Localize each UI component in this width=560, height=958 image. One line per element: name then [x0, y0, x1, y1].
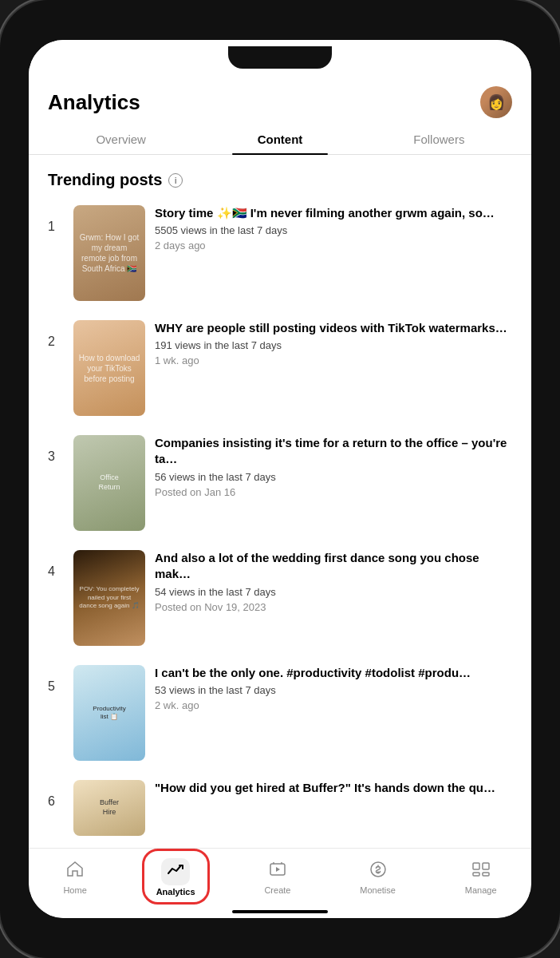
post-title: And also a lot of the wedding first danc…: [155, 550, 512, 583]
post-info: "How did you get hired at Buffer?" It's …: [155, 780, 512, 799]
tab-content[interactable]: Content: [200, 125, 359, 154]
nav-monetise-label: Monetise: [360, 885, 396, 895]
nav-manage-label: Manage: [465, 885, 497, 895]
svg-rect-7: [483, 873, 489, 876]
post-number: 2: [48, 320, 64, 349]
nav-home-label: Home: [63, 885, 86, 895]
post-info: WHY are people still posting videos with…: [155, 320, 512, 366]
content-area: Trending posts i 1 Grwm: How I got my dr…: [29, 155, 531, 918]
nav-monetise[interactable]: Monetise: [352, 855, 404, 900]
phone-screen: Analytics 👩 Overview Content Followers T…: [29, 40, 531, 918]
nav-analytics[interactable]: Analytics: [148, 853, 203, 901]
post-number: 3: [48, 435, 64, 464]
post-info: I can't be the only one. #productivity #…: [155, 665, 512, 711]
list-item[interactable]: 1 Grwm: How I got my dream remote job fr…: [48, 205, 512, 301]
monetise-icon: [369, 860, 388, 884]
tabs-container: Overview Content Followers: [29, 125, 531, 155]
avatar[interactable]: 👩: [480, 86, 512, 118]
post-title: Companies insisting it's time for a retu…: [155, 435, 512, 468]
list-item[interactable]: 2 How to download your TikToks before po…: [48, 320, 512, 416]
list-item[interactable]: 4 POV: You completely nailed your first …: [48, 550, 512, 646]
post-views: 191 views in the last 7 days: [155, 339, 512, 351]
post-number: 5: [48, 665, 64, 694]
bottom-nav: Home Analytics: [29, 848, 531, 918]
info-icon[interactable]: i: [168, 173, 183, 188]
post-info: Story time ✨🇿🇦 I'm never filming another…: [155, 205, 512, 251]
svg-rect-6: [473, 873, 479, 876]
svg-rect-4: [473, 863, 479, 869]
home-bar: [232, 910, 328, 913]
manage-icon: [471, 860, 491, 884]
nav-create-label: Create: [264, 885, 290, 895]
post-number: 1: [48, 205, 64, 234]
post-title: Story time ✨🇿🇦 I'm never filming another…: [155, 205, 512, 221]
post-thumbnail: POV: You completely nailed your first da…: [73, 550, 145, 646]
post-thumbnail: Grwm: How I got my dream remote job from…: [73, 205, 145, 301]
nav-create[interactable]: Create: [256, 855, 298, 900]
post-date: 2 days ago: [155, 240, 512, 251]
post-info: And also a lot of the wedding first danc…: [155, 550, 512, 613]
page-title: Analytics: [48, 90, 140, 115]
tab-followers[interactable]: Followers: [360, 125, 519, 154]
list-item[interactable]: 5 Productivitylist 📋 I can't be the only…: [48, 665, 512, 761]
post-date: 1 wk. ago: [155, 354, 512, 366]
notch-bar: [29, 40, 531, 80]
post-title: "How did you get hired at Buffer?" It's …: [155, 780, 512, 796]
post-views: 56 views in the last 7 days: [155, 471, 512, 483]
nav-home[interactable]: Home: [55, 855, 94, 900]
list-item[interactable]: 6 BufferHire "How did you get hired at B…: [48, 780, 512, 836]
svg-rect-5: [483, 863, 489, 869]
post-thumbnail: BufferHire: [73, 780, 145, 836]
post-date: Posted on Jan 16: [155, 486, 512, 498]
post-views: 54 views in the last 7 days: [155, 586, 512, 598]
phone-frame: Analytics 👩 Overview Content Followers T…: [0, 0, 560, 958]
home-icon: [65, 860, 85, 884]
post-views: 53 views in the last 7 days: [155, 684, 512, 696]
header: Analytics 👩: [29, 80, 531, 118]
nav-analytics-label: Analytics: [156, 887, 195, 897]
nav-manage[interactable]: Manage: [457, 855, 505, 900]
post-title: WHY are people still posting videos with…: [155, 320, 512, 336]
post-views: 5505 views in the last 7 days: [155, 224, 512, 236]
post-date: Posted on Nov 19, 2023: [155, 601, 512, 613]
post-date: 2 wk. ago: [155, 699, 512, 711]
create-icon: [268, 860, 287, 884]
post-thumbnail: Productivitylist 📋: [73, 665, 145, 761]
section-title: Trending posts i: [48, 171, 512, 189]
post-thumbnail: How to download your TikToks before post…: [73, 320, 145, 416]
list-item[interactable]: 3 OfficeReturn Companies insisting it's …: [48, 435, 512, 531]
post-info: Companies insisting it's time for a retu…: [155, 435, 512, 498]
tab-overview[interactable]: Overview: [41, 125, 200, 154]
notch: [228, 46, 332, 69]
post-title: I can't be the only one. #productivity #…: [155, 665, 512, 681]
post-thumbnail: OfficeReturn: [73, 435, 145, 531]
post-number: 4: [48, 550, 64, 579]
analytics-icon: [161, 858, 190, 885]
post-number: 6: [48, 780, 64, 809]
